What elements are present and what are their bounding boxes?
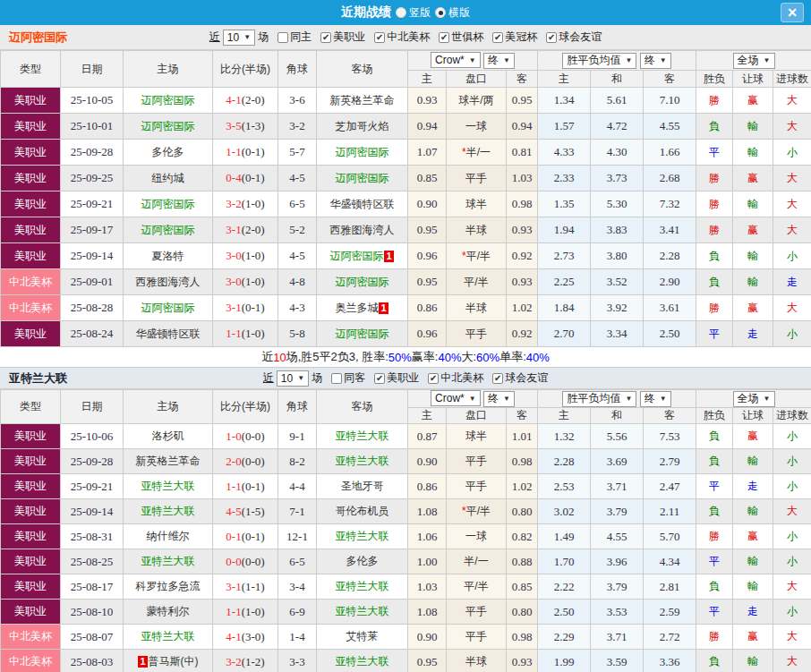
avg-odds-group-header: 胜平负均值▼ 终▼	[538, 51, 696, 71]
handicap-text: 平手	[465, 630, 487, 642]
header-row-groups: 类型日期主场比分(半场)角球客场Crow*▼ 终▼胜平负均值▼ 终▼全场▼	[1, 390, 811, 408]
home-team-name: 蒙特利尔	[147, 605, 190, 617]
goals-result-cell: 小	[773, 140, 811, 166]
handicap-text: 球半	[465, 430, 487, 442]
sub-header: 胜负	[696, 408, 733, 424]
league-filter-checkbox[interactable]: ✔中北美杯	[422, 370, 483, 386]
checkbox-checked-icon[interactable]: ✔	[492, 32, 503, 43]
avg-away-cell: 2.90	[644, 269, 696, 295]
filter-controls: 近10▼场同主✔美职业✔中北美杯✔世俱杯✔美冠杯✔球会友谊	[209, 30, 602, 46]
odds-home-cell: 0.85	[408, 166, 447, 191]
home-team-name: 洛杉矶	[152, 430, 184, 442]
handicap-text: 一球	[465, 120, 487, 132]
table-row: 美职业25-08-17科罗拉多急流3-1(1-1)3-4亚特兰大联1.03平/半…	[1, 574, 811, 600]
avg-away-cell: 3.41	[644, 217, 696, 243]
league-filter-checkbox[interactable]: ✔美职业	[314, 30, 365, 45]
half-time-score: (1-3)	[242, 119, 265, 132]
full-match-select[interactable]: 全场▼	[733, 391, 775, 407]
odds-away-cell: 0.81	[507, 140, 538, 166]
handicap-cell: 平手	[447, 449, 507, 474]
full-match-select[interactable]: 全场▼	[733, 53, 775, 69]
checkbox-checked-icon[interactable]: ✔	[546, 32, 557, 43]
checkbox-checked-icon[interactable]: ✔	[428, 373, 439, 384]
league-cell: 美职业	[1, 549, 61, 574]
avg-draw-cell: 3.79	[591, 499, 644, 524]
handicap-result-cell: 赢	[733, 88, 773, 114]
handicap-cell: 球半	[447, 424, 507, 449]
league-filter-checkbox[interactable]: ✔世俱杯	[432, 30, 483, 45]
radio-selected-icon[interactable]	[435, 7, 446, 18]
sub-header: 和	[591, 408, 644, 424]
radio-horizontal-layout[interactable]: 横版	[435, 5, 470, 21]
home-team-cell: 迈阿密国际	[124, 114, 213, 140]
radio-vertical-layout[interactable]: 竖版	[396, 5, 431, 21]
avg-odds-select[interactable]: 胜平负均值▼	[562, 53, 636, 69]
team-recent-matches-section: 迈阿密国际近10▼场同主✔美职业✔中北美杯✔世俱杯✔美冠杯✔球会友谊类型日期主场…	[0, 25, 811, 368]
caret-down-icon: ▼	[297, 374, 304, 382]
team-recent-matches-section: 亚特兰大联近10▼场同客✔美职业✔中北美杯✔球会友谊类型日期主场比分(半场)角球…	[0, 368, 811, 672]
near-link[interactable]: 近	[209, 30, 220, 45]
odds-home-cell: 0.95	[408, 217, 447, 243]
league-cell: 美职业	[1, 191, 61, 217]
league-filter-checkbox[interactable]: ✔中北美杯	[368, 30, 430, 45]
final-avg-select[interactable]: 终▼	[640, 391, 671, 407]
handicap-result-cell: 輸	[733, 549, 773, 574]
handicap-text: 平手	[465, 455, 487, 467]
avg-draw-cell: 3.83	[591, 217, 644, 243]
full-match-group-header: 全场▼	[696, 51, 811, 71]
league-cell: 美职业	[1, 166, 61, 191]
goals-result-cell: 走	[773, 269, 811, 295]
titlebar: 近期战绩 竖版 横版 ✕	[0, 0, 811, 25]
home-team-cell: 新英格兰革命	[124, 449, 213, 474]
goals-result-cell: 小	[773, 321, 811, 347]
checkbox-checked-icon[interactable]: ✔	[492, 373, 503, 384]
league-cell: 美职业	[1, 321, 61, 347]
table-row: 美职业25-09-14夏洛特3-0(1-0)4-5迈阿密国际10.96*平/半0…	[1, 243, 811, 269]
checkbox-checked-icon[interactable]: ✔	[374, 373, 385, 384]
radio-unselected-icon[interactable]	[396, 7, 406, 18]
win-lose-result-cell: 平	[696, 474, 733, 499]
handicap-result-cell: 走	[733, 321, 773, 347]
odds-away-cell: 0.98	[507, 625, 538, 650]
avg-odds-select[interactable]: 胜平负均值▼	[562, 391, 636, 407]
league-filter-checkbox[interactable]: ✔美职业	[368, 370, 419, 386]
away-team-name: 迈阿密国际	[336, 327, 389, 340]
home-team-name: 多伦多	[152, 146, 184, 158]
checkbox-unchecked-icon[interactable]	[277, 32, 288, 43]
red-number-badge: 1	[384, 251, 393, 262]
checkbox-checked-icon[interactable]: ✔	[320, 32, 331, 43]
checkbox-checked-icon[interactable]: ✔	[374, 32, 385, 43]
league-filter-label: 球会友谊	[559, 30, 602, 45]
avg-odds-select-label: 胜平负均值	[567, 391, 620, 406]
league-filter-checkbox[interactable]: ✔球会友谊	[540, 30, 602, 45]
same-venue-checkbox[interactable]: 同客	[325, 370, 365, 386]
close-button[interactable]: ✕	[781, 3, 804, 22]
match-count-select[interactable]: 10▼	[223, 30, 255, 46]
avg-draw-cell: 5.56	[591, 424, 644, 449]
checkbox-checked-icon[interactable]: ✔	[439, 32, 449, 43]
home-team-name: 亚特兰大联	[141, 480, 195, 492]
final-odds-select[interactable]: 终▼	[483, 391, 515, 407]
home-team-cell: 蒙特利尔	[124, 600, 213, 625]
avg-away-cell: 2.59	[644, 600, 696, 625]
sub-header: 主	[538, 408, 591, 424]
home-team-cell: 迈阿密国际	[124, 191, 213, 217]
final-odds-select[interactable]: 终▼	[483, 53, 515, 69]
caret-down-icon: ▼	[764, 56, 771, 64]
radio-horizontal-label: 横版	[448, 5, 470, 21]
crow-company-select[interactable]: Crow*▼	[431, 52, 481, 68]
league-filter-checkbox[interactable]: ✔球会友谊	[486, 370, 548, 386]
final-avg-select[interactable]: 终▼	[640, 53, 671, 69]
same-venue-checkbox[interactable]: 同主	[271, 30, 312, 45]
avg-draw-cell: 5.61	[591, 88, 644, 114]
odds-away-cell: 0.85	[507, 574, 538, 600]
match-count-select[interactable]: 10▼	[277, 370, 309, 387]
handicap-cell: 半球	[447, 217, 507, 243]
full-time-score: 1-1	[226, 145, 241, 158]
date-cell: 25-08-03	[61, 650, 124, 672]
near-link[interactable]: 近	[263, 370, 274, 386]
crow-company-select[interactable]: Crow*▼	[431, 390, 481, 406]
league-filter-checkbox[interactable]: ✔美冠杯	[486, 30, 537, 45]
avg-draw-cell: 3.79	[591, 574, 644, 600]
checkbox-unchecked-icon[interactable]	[331, 373, 342, 384]
